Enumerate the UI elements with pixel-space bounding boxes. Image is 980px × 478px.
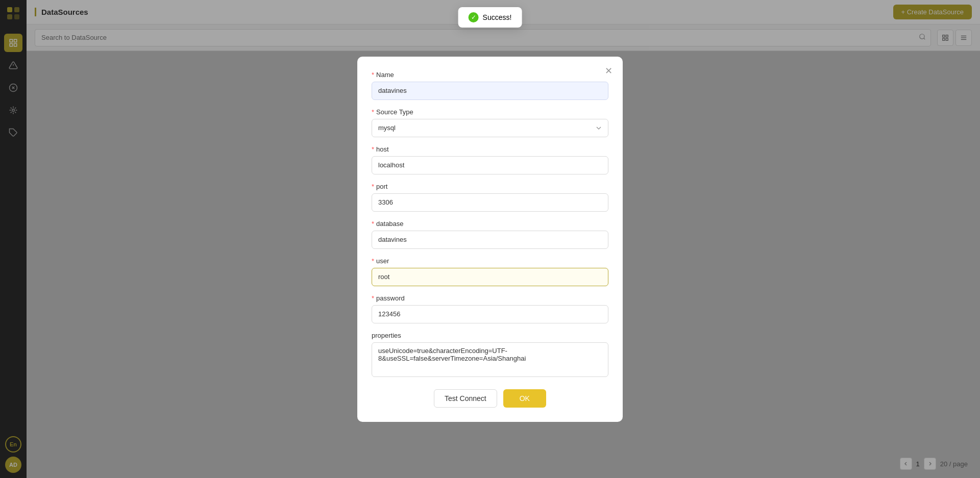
datasource-modal: ✕ * Name * Source Type mysql postgresql …	[357, 57, 623, 422]
source-type-required-star: *	[372, 108, 374, 116]
user-required-star: *	[372, 257, 374, 265]
port-input[interactable]	[372, 193, 608, 212]
close-icon[interactable]: ✕	[602, 65, 615, 77]
database-required-star: *	[372, 220, 374, 228]
user-label: * user	[372, 257, 608, 265]
modal-footer: Test Connect OK	[372, 389, 608, 408]
properties-field-group: properties useUnicode=true&characterEnco…	[372, 332, 608, 379]
user-field-group: * user	[372, 257, 608, 286]
ok-button[interactable]: OK	[503, 389, 546, 408]
toast-message: Success!	[483, 13, 512, 21]
host-input[interactable]	[372, 156, 608, 174]
success-toast: ✓ Success!	[458, 7, 522, 28]
test-connect-button[interactable]: Test Connect	[434, 389, 497, 408]
database-input[interactable]	[372, 231, 608, 249]
name-field-group: * Name	[372, 71, 608, 100]
success-icon: ✓	[469, 12, 479, 22]
port-label: * port	[372, 183, 608, 190]
host-field-group: * host	[372, 145, 608, 174]
password-field-group: * password	[372, 294, 608, 323]
properties-textarea[interactable]: useUnicode=true&characterEncoding=UTF-8&…	[372, 342, 608, 377]
source-type-label: * Source Type	[372, 108, 608, 116]
port-field-group: * port	[372, 183, 608, 212]
source-type-field-group: * Source Type mysql postgresql oracle sq…	[372, 108, 608, 137]
name-input[interactable]	[372, 82, 608, 100]
database-field-group: * database	[372, 220, 608, 249]
host-label: * host	[372, 145, 608, 153]
modal-overlay: ✕ * Name * Source Type mysql postgresql …	[0, 0, 980, 478]
password-required-star: *	[372, 294, 374, 302]
properties-label: properties	[372, 332, 608, 339]
password-label: * password	[372, 294, 608, 302]
source-type-select[interactable]: mysql postgresql oracle sqlserver	[372, 119, 608, 137]
user-input[interactable]	[372, 268, 608, 286]
name-required-star: *	[372, 71, 374, 79]
source-type-select-wrap: mysql postgresql oracle sqlserver	[372, 119, 608, 137]
database-label: * database	[372, 220, 608, 228]
host-required-star: *	[372, 145, 374, 153]
name-label: * Name	[372, 71, 608, 79]
password-input[interactable]	[372, 305, 608, 323]
port-required-star: *	[372, 183, 374, 190]
